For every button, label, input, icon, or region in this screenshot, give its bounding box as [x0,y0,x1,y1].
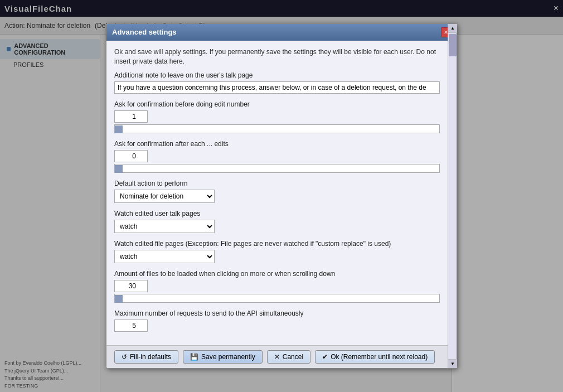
ok-remember-button[interactable]: ✔ Ok (Remember until next reload) [315,350,435,364]
amount-files-group: Amount of files to be loaded when clicki… [114,270,449,303]
confirm-after-slider-thumb[interactable] [115,165,123,173]
amount-files-slider-thumb[interactable] [115,295,123,303]
watch-file-label: Watch edited file pages (Exception: File… [114,240,449,248]
confirm-after-slider-track [114,164,440,173]
modal-scroll-thumb[interactable] [449,34,457,56]
save-permanently-label: Save permanently [201,353,255,361]
fill-defaults-label: Fill-in defaults [130,353,171,361]
fill-defaults-icon: ↺ [122,353,127,361]
confirm-before-slider-track [114,124,440,133]
confirm-before-label: Ask for confirmation before doing edit n… [114,100,449,108]
amount-files-input[interactable] [114,280,148,292]
fill-defaults-button[interactable]: ↺ Fill-in defaults [114,350,178,364]
max-requests-group: Maximum number of requests to send to th… [114,309,449,332]
modal-body: Ok and save will apply settings. If you … [106,41,457,346]
note-field-group: Additional note to leave on the user's t… [114,71,449,94]
confirm-after-label: Ask for confirmation after each ... edit… [114,140,449,148]
watch-file-select[interactable]: watch nochange unwatch preferences [114,250,215,263]
modal-overlay: Advanced settings × Ok and save will app… [0,0,563,392]
modal-footer: ↺ Fill-in defaults 💾 Save permanently ✕ … [106,345,457,368]
modal-scrollbar[interactable]: ▲ ▼ [448,24,457,369]
confirm-before-group: Ask for confirmation before doing edit n… [114,100,449,133]
default-action-label: Default action to perform [114,180,449,187]
ok-remember-label: Ok (Remember until next reload) [331,353,428,361]
confirm-after-input[interactable] [114,150,148,162]
confirm-before-input[interactable] [114,110,148,123]
advanced-settings-modal: Advanced settings × Ok and save will app… [106,23,457,369]
cancel-button[interactable]: ✕ Cancel [267,350,310,364]
modal-scroll-up-button[interactable]: ▲ [448,24,457,33]
note-input[interactable] [114,81,440,94]
amount-files-slider-track [114,294,440,303]
save-permanently-icon: 💾 [190,353,198,361]
ok-remember-icon: ✔ [322,353,328,361]
modal-description: Ok and save will apply settings. If you … [114,47,449,66]
default-action-select[interactable]: Nominate for deletion Replace Delete [114,190,215,203]
confirm-after-group: Ask for confirmation after each ... edit… [114,140,449,173]
watch-user-select[interactable]: watch nochange unwatch preferences [114,220,215,233]
note-label: Additional note to leave on the user's t… [114,71,449,79]
modal-scroll-down-button[interactable]: ▼ [448,359,457,368]
save-permanently-button[interactable]: 💾 Save permanently [183,350,263,364]
watch-file-group: Watch edited file pages (Exception: File… [114,240,449,263]
modal-scroll-track [448,34,457,361]
cancel-label: Cancel [283,353,303,361]
max-requests-label: Maximum number of requests to send to th… [114,309,449,317]
watch-user-label: Watch edited user talk pages [114,210,449,217]
confirm-before-slider-thumb[interactable] [115,125,123,133]
cancel-icon: ✕ [274,353,280,361]
watch-user-group: Watch edited user talk pages watch nocha… [114,210,449,233]
modal-titlebar: Advanced settings × [106,24,457,41]
amount-files-label: Amount of files to be loaded when clicki… [114,270,449,278]
modal-title: Advanced settings [112,28,177,36]
max-requests-input[interactable] [114,320,148,332]
default-action-group: Default action to perform Nominate for d… [114,180,449,203]
